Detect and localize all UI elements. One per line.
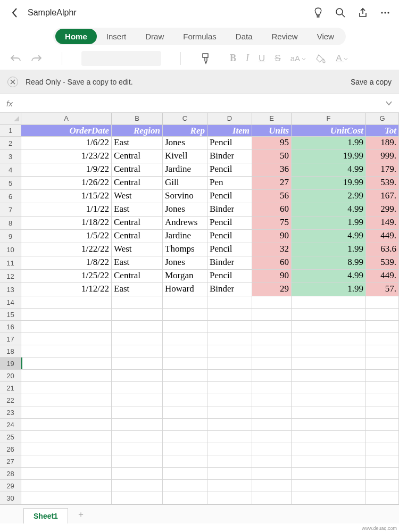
cell[interactable]: 449.	[366, 230, 399, 243]
tab-home[interactable]: Home	[55, 29, 97, 44]
cell[interactable]	[207, 431, 252, 443]
cell[interactable]	[163, 419, 207, 430]
cell[interactable]: 1.99	[292, 217, 366, 229]
cell[interactable]	[292, 468, 366, 479]
cell[interactable]	[292, 492, 366, 504]
cell[interactable]	[207, 358, 252, 369]
cell[interactable]	[112, 443, 163, 455]
cell[interactable]	[292, 431, 366, 443]
row[interactable]: 17	[0, 333, 399, 345]
cell[interactable]	[112, 370, 163, 381]
cell[interactable]: Pencil	[207, 163, 252, 176]
cell[interactable]: 60	[252, 203, 292, 216]
row-header[interactable]: 29	[0, 480, 21, 492]
cell[interactable]	[163, 345, 207, 357]
cell[interactable]	[252, 394, 292, 406]
cell[interactable]: Kivell	[163, 150, 207, 163]
cell[interactable]	[163, 443, 207, 455]
cell[interactable]	[252, 309, 292, 320]
cell[interactable]	[366, 419, 399, 430]
row[interactable]: 29	[0, 480, 399, 492]
row-header[interactable]: 6	[0, 190, 21, 203]
cell[interactable]	[366, 455, 399, 467]
cell[interactable]: Central	[112, 177, 163, 189]
row-header[interactable]: 27	[0, 455, 21, 467]
row-header[interactable]: 12	[0, 270, 21, 282]
cell[interactable]	[112, 480, 163, 492]
cell[interactable]	[21, 443, 112, 455]
row-header[interactable]: 8	[0, 217, 21, 229]
row-header[interactable]: 14	[0, 296, 21, 308]
cell[interactable]	[252, 419, 292, 430]
cell[interactable]: Binder	[207, 283, 252, 296]
row[interactable]: 21	[0, 382, 399, 394]
undo-button[interactable]	[10, 53, 21, 64]
cell[interactable]: West	[112, 190, 163, 203]
cell[interactable]	[207, 321, 252, 332]
row[interactable]: 30	[0, 492, 399, 504]
cell[interactable]	[163, 468, 207, 479]
cell[interactable]	[292, 321, 366, 332]
row-header[interactable]: 4	[0, 163, 21, 176]
cell[interactable]	[366, 443, 399, 455]
cell[interactable]: 179.	[366, 163, 399, 176]
cell[interactable]	[163, 333, 207, 345]
cell[interactable]: 1/6/22	[21, 137, 112, 149]
cell[interactable]	[163, 370, 207, 381]
cell[interactable]: 19.99	[292, 150, 366, 163]
back-button[interactable]	[9, 6, 21, 19]
row[interactable]: 19	[0, 358, 399, 370]
cell[interactable]: 539.	[366, 177, 399, 189]
column-header-F[interactable]: F	[292, 113, 366, 124]
row[interactable]: 18	[0, 345, 399, 358]
cell[interactable]: 189.	[366, 137, 399, 149]
header-cell[interactable]: Tot	[366, 125, 399, 136]
cell[interactable]: East	[112, 256, 163, 269]
cell[interactable]: 999.	[366, 150, 399, 163]
cell[interactable]: 149.	[366, 217, 399, 229]
column-header-G[interactable]: G	[366, 113, 399, 124]
cell[interactable]: Jardine	[163, 230, 207, 243]
cell[interactable]: Jones	[163, 256, 207, 269]
column-header-B[interactable]: B	[112, 113, 163, 124]
cell[interactable]	[292, 333, 366, 345]
cell[interactable]	[112, 419, 163, 430]
row-header[interactable]: 25	[0, 431, 21, 443]
cell[interactable]	[366, 431, 399, 443]
dismiss-banner-button[interactable]	[7, 77, 18, 87]
cell[interactable]	[207, 370, 252, 381]
cell[interactable]: Pencil	[207, 137, 252, 149]
cell[interactable]	[252, 455, 292, 467]
row[interactable]: 71/1/22EastJonesBinder604.99299.	[0, 203, 399, 217]
cell[interactable]	[163, 296, 207, 308]
share-button[interactable]	[358, 7, 368, 18]
cell[interactable]: 63.6	[366, 243, 399, 256]
column-header-A[interactable]: A	[21, 113, 112, 124]
fill-color-button[interactable]	[315, 54, 326, 63]
cell[interactable]: 1/26/22	[21, 177, 112, 189]
cell[interactable]	[292, 296, 366, 308]
header-cell[interactable]: OrderDate	[21, 125, 112, 136]
cell[interactable]	[252, 468, 292, 479]
cell[interactable]	[163, 382, 207, 394]
cell[interactable]	[207, 419, 252, 430]
save-copy-button[interactable]: Save a copy	[351, 78, 392, 86]
cell[interactable]	[366, 333, 399, 345]
cell[interactable]	[207, 468, 252, 479]
cell[interactable]	[163, 394, 207, 406]
cell[interactable]	[252, 431, 292, 443]
cell[interactable]: 57.	[366, 283, 399, 296]
tab-draw[interactable]: Draw	[136, 29, 173, 44]
row-header[interactable]: 26	[0, 443, 21, 455]
redo-button[interactable]	[31, 53, 43, 64]
cell[interactable]	[21, 468, 112, 479]
cell[interactable]: 29	[252, 283, 292, 296]
cell[interactable]	[252, 480, 292, 492]
row-header[interactable]: 30	[0, 492, 21, 504]
cell[interactable]	[112, 296, 163, 308]
cell[interactable]	[366, 358, 399, 369]
column-header-D[interactable]: D	[207, 113, 252, 124]
font-color-button[interactable]: A	[336, 53, 348, 64]
cell[interactable]: 1/1/22	[21, 203, 112, 216]
row-header[interactable]: 9	[0, 230, 21, 243]
